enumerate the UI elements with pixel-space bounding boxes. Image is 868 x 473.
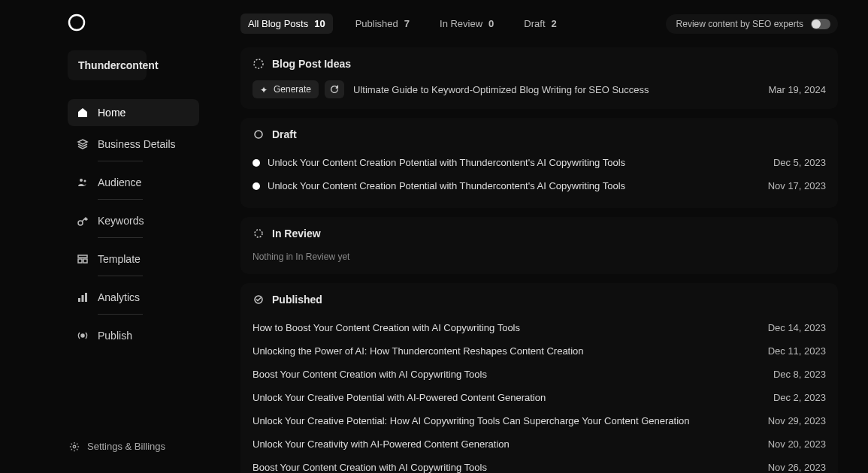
users-icon (77, 176, 89, 188)
post-title: Boost Your Content Creation with AI Copy… (253, 369, 487, 380)
refresh-button[interactable] (325, 80, 344, 98)
section-published: Published How to Boost Your Content Crea… (240, 283, 838, 473)
post-date: Dec 11, 2023 (768, 345, 826, 357)
circle-empty-icon (253, 128, 265, 140)
nav-home[interactable]: Home (68, 99, 199, 126)
svg-rect-7 (78, 298, 80, 302)
post-date: Nov 26, 2023 (768, 462, 826, 473)
generate-button[interactable]: ✦ Generate (253, 80, 319, 98)
svg-rect-9 (85, 293, 87, 302)
section-title: Published (272, 294, 322, 306)
post-title: Unlock Your Creative Potential with AI-P… (253, 392, 546, 403)
section-header: Published (253, 294, 826, 306)
empty-message: Nothing in In Review yet (253, 250, 826, 264)
section-title: Draft (272, 128, 297, 140)
tab-label: All Blog Posts (248, 18, 308, 29)
svg-rect-6 (83, 259, 87, 263)
toggle-knob (812, 20, 821, 29)
tab-in-review[interactable]: In Review 0 (432, 14, 501, 34)
post-title: Unlock Your Creative Potential: How AI C… (253, 415, 690, 426)
svg-point-12 (254, 59, 263, 68)
nav-keywords[interactable]: Keywords (68, 207, 199, 234)
post-title: Boost Your Content Creation with AI Copy… (253, 462, 487, 473)
post-date: Dec 2, 2023 (773, 392, 826, 403)
content: Blog Post Ideas ✦ Generate Ultimate Guid… (240, 47, 838, 473)
main: All Blog Posts 10 Published 7 In Review … (214, 0, 868, 473)
svg-rect-4 (78, 255, 87, 258)
logo (68, 14, 86, 32)
nav-label: Business Details (98, 138, 176, 150)
nav-label: Audience (98, 176, 141, 188)
nav-label: Home (98, 107, 126, 119)
section-in-review: In Review Nothing in In Review yet (240, 217, 838, 274)
svg-rect-5 (78, 259, 82, 263)
post-row[interactable]: Boost Your Content Creation with AI Copy… (253, 456, 826, 473)
nav-label: Keywords (98, 215, 144, 227)
post-row[interactable]: Unlock Your Creative Potential with AI-P… (253, 386, 826, 409)
svg-point-0 (69, 15, 84, 30)
svg-point-1 (80, 179, 83, 182)
nav-audience[interactable]: Audience (68, 169, 199, 196)
post-date: Nov 20, 2023 (768, 438, 826, 450)
tab-count: 7 (404, 18, 410, 29)
check-circle-icon (253, 294, 265, 306)
tab-count: 10 (314, 18, 325, 29)
post-row[interactable]: How to Boost Your Content Creation with … (253, 316, 826, 339)
nav-divider (98, 276, 143, 276)
section-ideas: Blog Post Ideas ✦ Generate Ultimate Guid… (240, 47, 838, 109)
tab-draft[interactable]: Draft 2 (516, 14, 564, 34)
nav-divider (98, 237, 143, 238)
post-row[interactable]: Unlock Your Content Creation Potential w… (253, 174, 826, 197)
nav-analytics[interactable]: Analytics (68, 284, 199, 311)
home-icon (77, 107, 89, 119)
post-title: How to Boost Your Content Creation with … (253, 322, 520, 333)
tab-published[interactable]: Published 7 (348, 14, 417, 34)
section-header: Draft (253, 128, 826, 140)
status-dot-icon (253, 182, 260, 190)
gear-icon (69, 441, 80, 452)
post-date: Dec 5, 2023 (773, 157, 826, 168)
post-row[interactable]: Unlocking the Power of AI: How Thunderco… (253, 339, 826, 363)
settings-link[interactable]: Settings & Billings (60, 433, 199, 459)
post-date: Dec 8, 2023 (773, 369, 826, 380)
tab-label: Draft (524, 18, 545, 29)
broadcast-icon (77, 330, 89, 342)
tab-count: 2 (552, 18, 557, 29)
nav-divider (98, 161, 143, 161)
svg-point-2 (84, 180, 86, 182)
dashed-circle-icon (253, 227, 265, 240)
post-date: Nov 29, 2023 (768, 415, 826, 426)
generate-label: Generate (274, 84, 311, 95)
tabs: All Blog Posts 10 Published 7 In Review … (240, 14, 564, 34)
post-row[interactable]: Unlock Your Creative Potential: How AI C… (253, 409, 826, 432)
svg-point-13 (255, 131, 262, 138)
post-row[interactable]: Unlock Your Content Creation Potential w… (253, 151, 826, 174)
post-title: Unlocking the Power of AI: How Thunderco… (253, 345, 584, 357)
tab-all[interactable]: All Blog Posts 10 (240, 14, 333, 34)
tab-label: In Review (440, 18, 482, 29)
section-title: Blog Post Ideas (272, 58, 351, 70)
toggle-switch[interactable] (811, 19, 830, 29)
nav-label: Publish (98, 330, 132, 342)
workspace-selector[interactable]: Thundercontent (68, 50, 147, 80)
sidebar: Thundercontent Home Business Details Aud… (0, 0, 214, 473)
nav-business[interactable]: Business Details (68, 131, 199, 158)
nav-template[interactable]: Template (68, 246, 199, 273)
nav: Home Business Details Audience Keywords … (68, 99, 199, 349)
nav-label: Template (98, 253, 141, 265)
sparkle-circle-icon (253, 58, 265, 70)
workspace-name: Thundercontent (78, 59, 159, 71)
nav-divider (98, 314, 143, 315)
nav-publish[interactable]: Publish (68, 322, 199, 349)
post-row[interactable]: Boost Your Content Creation with AI Copy… (253, 363, 826, 386)
seo-review-toggle: Review content by SEO experts (666, 14, 838, 34)
post-row[interactable]: Unlock Your Creativity with AI-Powered C… (253, 432, 826, 456)
idea-title[interactable]: Ultimate Guide to Keyword-Optimized Blog… (353, 84, 649, 95)
svg-point-11 (73, 445, 76, 448)
status-dot-icon (253, 159, 260, 167)
layers-icon (77, 138, 89, 150)
post-date: Dec 14, 2023 (768, 322, 826, 333)
sparkle-icon: ✦ (260, 85, 269, 94)
section-header: In Review (253, 227, 826, 240)
settings-label: Settings & Billings (87, 441, 165, 452)
